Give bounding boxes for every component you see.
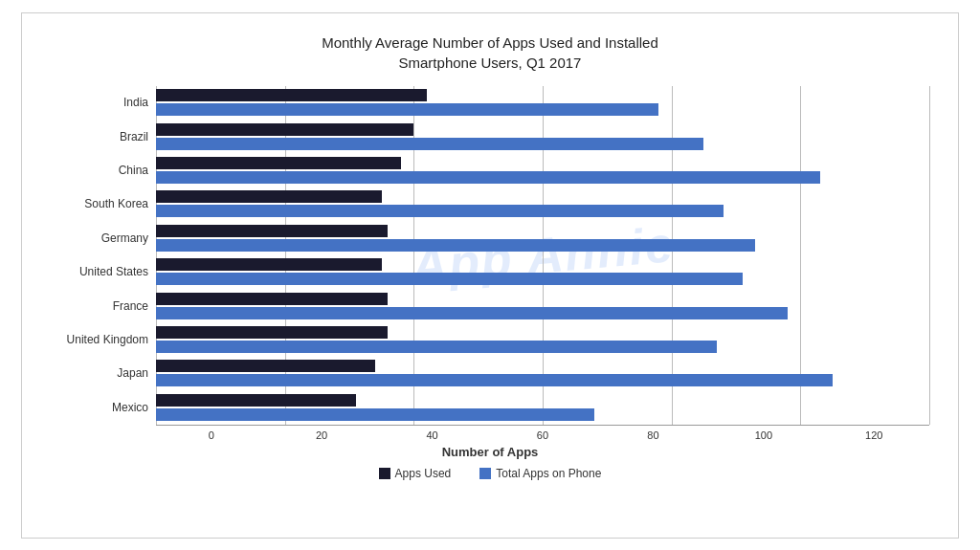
bar-total	[156, 205, 724, 217]
bar-group	[156, 258, 929, 285]
bar-used	[156, 394, 356, 407]
bar-used	[156, 293, 388, 305]
y-axis-labels: IndiaBrazilChinaSouth KoreaGermanyUnited…	[51, 86, 156, 425]
y-label: Mexico	[51, 402, 148, 413]
legend-total-swatch	[479, 468, 491, 479]
bar-total	[156, 138, 703, 150]
y-label: France	[51, 300, 148, 312]
bar-total	[156, 103, 658, 116]
bar-total	[156, 374, 833, 386]
x-tick: 40	[377, 429, 487, 441]
bar-total	[156, 171, 820, 184]
bar-used	[156, 225, 388, 237]
bottom-area: 020406080100120 Number of Apps Apps Used…	[51, 425, 929, 480]
legend: Apps Used Total Apps on Phone	[51, 467, 929, 480]
y-label: China	[51, 165, 148, 176]
legend-used-swatch	[379, 468, 390, 479]
legend-used: Apps Used	[379, 467, 452, 480]
x-tick: 0	[156, 429, 266, 441]
y-label: Brazil	[51, 131, 148, 143]
bar-total	[156, 307, 788, 319]
bar-group	[156, 123, 929, 150]
bar-group	[156, 157, 929, 184]
bar-group	[156, 190, 929, 217]
bar-group	[156, 394, 929, 421]
chart-container: Monthly Average Number of Apps Used and …	[21, 12, 959, 539]
bar-group	[156, 326, 929, 353]
legend-used-label: Apps Used	[395, 467, 452, 480]
x-tick: 100	[708, 429, 818, 441]
bar-used	[156, 326, 388, 339]
x-tick: 20	[266, 429, 376, 441]
y-label: India	[51, 97, 148, 108]
bar-total	[156, 341, 717, 353]
bar-used	[156, 123, 413, 136]
x-tick: 60	[487, 429, 597, 441]
y-label: Germany	[51, 232, 148, 244]
bar-total	[156, 239, 755, 252]
bar-used	[156, 258, 382, 271]
grid-line	[929, 86, 930, 425]
legend-total: Total Apps on Phone	[479, 467, 601, 480]
x-tick: 120	[819, 429, 929, 441]
chart-title: Monthly Average Number of Apps Used and …	[51, 33, 929, 73]
bar-group	[156, 293, 929, 319]
y-label: United States	[51, 266, 148, 277]
y-label: Japan	[51, 367, 148, 379]
x-axis: 020406080100120	[156, 425, 929, 441]
y-label: South Korea	[51, 198, 148, 209]
bar-used	[156, 190, 382, 203]
y-label: United Kingdom	[51, 334, 148, 345]
chart-body: App Annie IndiaBrazilChinaSouth KoreaGer…	[51, 86, 929, 425]
bars-area	[156, 86, 929, 425]
bar-group	[156, 360, 929, 386]
bar-used	[156, 89, 427, 101]
x-axis-label: Number of Apps	[51, 445, 929, 459]
bar-total	[156, 408, 594, 421]
legend-total-label: Total Apps on Phone	[496, 467, 601, 480]
bar-used	[156, 360, 375, 372]
x-tick: 80	[598, 429, 708, 441]
bar-group	[156, 225, 929, 252]
bar-group	[156, 89, 929, 116]
bar-total	[156, 273, 743, 285]
bar-used	[156, 157, 401, 169]
